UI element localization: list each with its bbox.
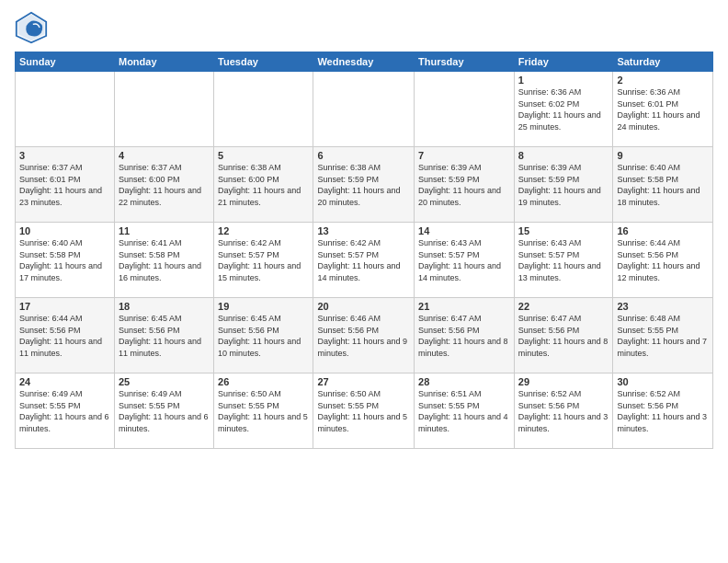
calendar-cell: 22Sunrise: 6:47 AM Sunset: 5:56 PM Dayli…	[514, 298, 613, 373]
header-sunday: Sunday	[16, 52, 115, 72]
calendar-week-2: 3Sunrise: 6:37 AM Sunset: 6:01 PM Daylig…	[16, 147, 713, 223]
calendar-cell: 23Sunrise: 6:48 AM Sunset: 5:55 PM Dayli…	[613, 298, 713, 373]
day-info: Sunrise: 6:36 AM Sunset: 6:01 PM Dayligh…	[617, 86, 709, 132]
calendar-header-row: Sunday Monday Tuesday Wednesday Thursday…	[16, 52, 713, 72]
day-number: 8	[518, 150, 609, 161]
header	[15, 11, 713, 44]
calendar-cell: 26Sunrise: 6:50 AM Sunset: 5:55 PM Dayli…	[214, 373, 313, 449]
calendar-cell	[214, 72, 313, 147]
day-number: 18	[119, 301, 210, 312]
calendar-cell: 1Sunrise: 6:36 AM Sunset: 6:02 PM Daylig…	[514, 72, 613, 147]
day-info: Sunrise: 6:43 AM Sunset: 5:57 PM Dayligh…	[518, 237, 609, 283]
calendar-cell: 17Sunrise: 6:44 AM Sunset: 5:56 PM Dayli…	[16, 298, 115, 373]
calendar-cell: 14Sunrise: 6:43 AM Sunset: 5:57 PM Dayli…	[415, 223, 515, 298]
day-info: Sunrise: 6:48 AM Sunset: 5:55 PM Dayligh…	[617, 313, 709, 359]
day-number: 1	[518, 75, 609, 86]
header-friday: Friday	[514, 52, 613, 72]
day-info: Sunrise: 6:52 AM Sunset: 5:56 PM Dayligh…	[617, 388, 709, 434]
day-info: Sunrise: 6:42 AM Sunset: 5:57 PM Dayligh…	[218, 237, 309, 283]
day-info: Sunrise: 6:40 AM Sunset: 5:58 PM Dayligh…	[19, 237, 110, 283]
day-number: 29	[518, 376, 609, 387]
day-number: 13	[317, 225, 410, 236]
calendar-cell: 3Sunrise: 6:37 AM Sunset: 6:01 PM Daylig…	[16, 147, 115, 223]
day-number: 25	[119, 376, 210, 387]
day-number: 2	[617, 75, 709, 86]
day-number: 9	[617, 150, 709, 161]
calendar-cell: 18Sunrise: 6:45 AM Sunset: 5:56 PM Dayli…	[114, 298, 213, 373]
day-number: 7	[418, 150, 510, 161]
calendar-cell: 15Sunrise: 6:43 AM Sunset: 5:57 PM Dayli…	[514, 223, 613, 298]
day-info: Sunrise: 6:47 AM Sunset: 5:56 PM Dayligh…	[518, 313, 609, 359]
day-number: 30	[617, 376, 709, 387]
calendar-week-1: 1Sunrise: 6:36 AM Sunset: 6:02 PM Daylig…	[16, 72, 713, 147]
day-number: 27	[317, 376, 410, 387]
day-info: Sunrise: 6:45 AM Sunset: 5:56 PM Dayligh…	[218, 313, 309, 359]
day-number: 26	[218, 376, 309, 387]
day-info: Sunrise: 6:37 AM Sunset: 6:00 PM Dayligh…	[119, 162, 210, 208]
calendar-cell: 12Sunrise: 6:42 AM Sunset: 5:57 PM Dayli…	[214, 223, 313, 298]
day-number: 22	[518, 301, 609, 312]
day-number: 19	[218, 301, 309, 312]
day-number: 6	[317, 150, 410, 161]
calendar-cell: 21Sunrise: 6:47 AM Sunset: 5:56 PM Dayli…	[415, 298, 515, 373]
logo	[15, 11, 51, 44]
calendar-cell: 29Sunrise: 6:52 AM Sunset: 5:56 PM Dayli…	[514, 373, 613, 449]
day-info: Sunrise: 6:42 AM Sunset: 5:57 PM Dayligh…	[317, 237, 410, 283]
calendar-cell	[415, 72, 515, 147]
day-number: 3	[19, 150, 110, 161]
header-tuesday: Tuesday	[214, 52, 313, 72]
day-number: 24	[19, 376, 110, 387]
calendar-cell: 11Sunrise: 6:41 AM Sunset: 5:58 PM Dayli…	[114, 223, 213, 298]
calendar-cell: 8Sunrise: 6:39 AM Sunset: 5:59 PM Daylig…	[514, 147, 613, 223]
day-info: Sunrise: 6:39 AM Sunset: 5:59 PM Dayligh…	[518, 162, 609, 208]
calendar-cell: 24Sunrise: 6:49 AM Sunset: 5:55 PM Dayli…	[16, 373, 115, 449]
day-number: 14	[418, 225, 510, 236]
calendar-cell: 2Sunrise: 6:36 AM Sunset: 6:01 PM Daylig…	[613, 72, 713, 147]
calendar-cell: 13Sunrise: 6:42 AM Sunset: 5:57 PM Dayli…	[313, 223, 415, 298]
day-info: Sunrise: 6:38 AM Sunset: 6:00 PM Dayligh…	[218, 162, 309, 208]
day-info: Sunrise: 6:44 AM Sunset: 5:56 PM Dayligh…	[19, 313, 110, 359]
calendar-week-4: 17Sunrise: 6:44 AM Sunset: 5:56 PM Dayli…	[16, 298, 713, 373]
day-info: Sunrise: 6:37 AM Sunset: 6:01 PM Dayligh…	[19, 162, 110, 208]
day-number: 23	[617, 301, 709, 312]
day-info: Sunrise: 6:50 AM Sunset: 5:55 PM Dayligh…	[317, 388, 410, 434]
day-info: Sunrise: 6:38 AM Sunset: 5:59 PM Dayligh…	[317, 162, 410, 208]
day-number: 4	[119, 150, 210, 161]
day-number: 5	[218, 150, 309, 161]
day-number: 28	[418, 376, 510, 387]
calendar-cell: 7Sunrise: 6:39 AM Sunset: 5:59 PM Daylig…	[415, 147, 515, 223]
day-number: 10	[19, 225, 110, 236]
day-number: 15	[518, 225, 609, 236]
calendar-cell	[313, 72, 415, 147]
calendar: Sunday Monday Tuesday Wednesday Thursday…	[15, 52, 713, 449]
calendar-cell: 4Sunrise: 6:37 AM Sunset: 6:00 PM Daylig…	[114, 147, 213, 223]
calendar-cell: 30Sunrise: 6:52 AM Sunset: 5:56 PM Dayli…	[613, 373, 713, 449]
day-number: 20	[317, 301, 410, 312]
day-info: Sunrise: 6:44 AM Sunset: 5:56 PM Dayligh…	[617, 237, 709, 283]
day-info: Sunrise: 6:39 AM Sunset: 5:59 PM Dayligh…	[418, 162, 510, 208]
calendar-cell: 25Sunrise: 6:49 AM Sunset: 5:55 PM Dayli…	[114, 373, 213, 449]
day-number: 16	[617, 225, 709, 236]
day-info: Sunrise: 6:40 AM Sunset: 5:58 PM Dayligh…	[617, 162, 709, 208]
day-number: 21	[418, 301, 510, 312]
calendar-cell: 27Sunrise: 6:50 AM Sunset: 5:55 PM Dayli…	[313, 373, 415, 449]
calendar-cell: 5Sunrise: 6:38 AM Sunset: 6:00 PM Daylig…	[214, 147, 313, 223]
day-info: Sunrise: 6:49 AM Sunset: 5:55 PM Dayligh…	[19, 388, 110, 434]
header-thursday: Thursday	[415, 52, 515, 72]
day-info: Sunrise: 6:41 AM Sunset: 5:58 PM Dayligh…	[119, 237, 210, 283]
day-info: Sunrise: 6:43 AM Sunset: 5:57 PM Dayligh…	[418, 237, 510, 283]
day-info: Sunrise: 6:47 AM Sunset: 5:56 PM Dayligh…	[418, 313, 510, 359]
calendar-cell: 10Sunrise: 6:40 AM Sunset: 5:58 PM Dayli…	[16, 223, 115, 298]
day-info: Sunrise: 6:46 AM Sunset: 5:56 PM Dayligh…	[317, 313, 410, 359]
day-info: Sunrise: 6:52 AM Sunset: 5:56 PM Dayligh…	[518, 388, 609, 434]
page: Sunday Monday Tuesday Wednesday Thursday…	[0, 0, 728, 563]
day-info: Sunrise: 6:51 AM Sunset: 5:55 PM Dayligh…	[418, 388, 510, 434]
header-monday: Monday	[114, 52, 213, 72]
day-info: Sunrise: 6:49 AM Sunset: 5:55 PM Dayligh…	[119, 388, 210, 434]
day-info: Sunrise: 6:36 AM Sunset: 6:02 PM Dayligh…	[518, 86, 609, 132]
calendar-cell: 19Sunrise: 6:45 AM Sunset: 5:56 PM Dayli…	[214, 298, 313, 373]
calendar-cell	[114, 72, 213, 147]
day-info: Sunrise: 6:45 AM Sunset: 5:56 PM Dayligh…	[119, 313, 210, 359]
calendar-cell: 6Sunrise: 6:38 AM Sunset: 5:59 PM Daylig…	[313, 147, 415, 223]
calendar-cell: 20Sunrise: 6:46 AM Sunset: 5:56 PM Dayli…	[313, 298, 415, 373]
